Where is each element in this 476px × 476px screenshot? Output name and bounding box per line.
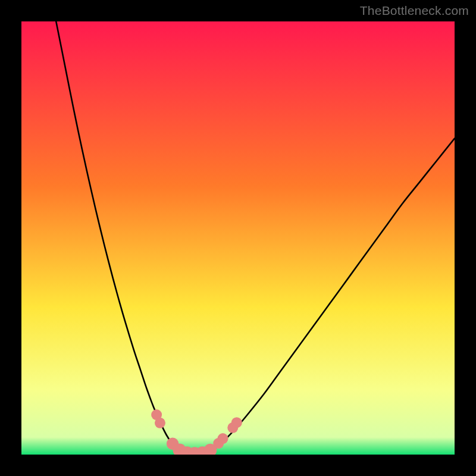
plot-area (21, 21, 455, 455)
gradient-background (21, 21, 455, 455)
bottleneck-chart (21, 21, 455, 455)
chart-frame: TheBottleneck.com (0, 0, 476, 476)
data-marker (155, 418, 165, 428)
watermark-label: TheBottleneck.com (360, 4, 469, 18)
data-marker (231, 417, 242, 428)
data-marker (218, 433, 228, 444)
